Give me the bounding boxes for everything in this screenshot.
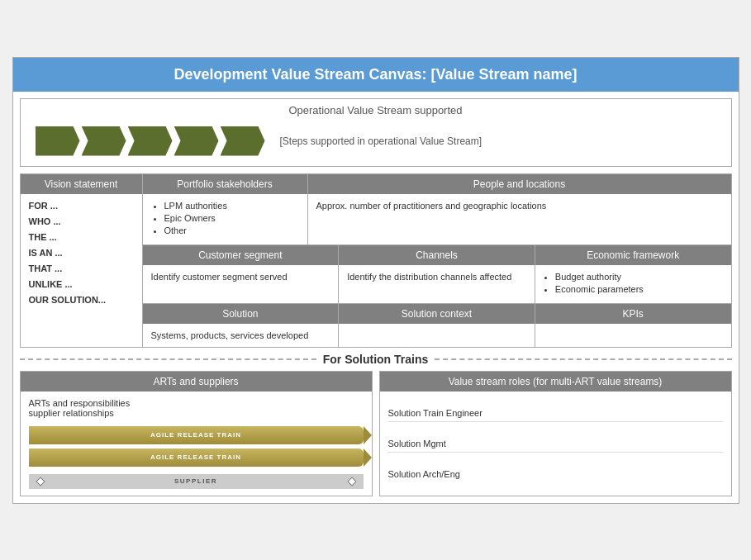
kpis-body [535, 324, 731, 347]
canvas-title: Development Value Stream Canvas: [Value … [13, 58, 739, 92]
vision-line-4: THAT ... [29, 263, 134, 273]
diamond-right-icon [347, 477, 356, 486]
train-visual: AGILE RELEASE TRAIN AGILE RELEASE TRAIN … [29, 426, 364, 489]
canvas-wrapper: Development Value Stream Canvas: [Value … [12, 57, 739, 504]
portfolio-col: Portfolio stakeholders LPM authorities E… [143, 174, 308, 244]
solution-row: Solution Systems, products, services dev… [143, 304, 731, 347]
chevron-4 [174, 126, 219, 156]
people-body: Approx. number of practitioners and geog… [308, 194, 731, 217]
arts-body: ARTs and responsibilitiessupplier relati… [21, 392, 372, 496]
vision-line-0: FOR ... [29, 201, 134, 211]
vision-line-6: OUR SOLUTION... [29, 295, 134, 305]
vision-header: Vision statement [21, 174, 142, 194]
vsr-col: Value stream roles (for multi-ART value … [379, 371, 732, 496]
vision-line-1: WHO ... [29, 216, 134, 226]
art-train-1-nose [364, 426, 372, 444]
economic-item-1: Economic parameters [555, 284, 723, 294]
solution-context-body [339, 324, 535, 347]
portfolio-item-0: LPM authorities [164, 201, 297, 211]
supplier-label: SUPPLIER [174, 477, 217, 485]
for-solution-trains: For Solution Trains [20, 353, 732, 366]
vsr-role-2: Solution Arch/Eng [388, 466, 723, 482]
dashed-line-right [435, 358, 731, 360]
vsr-header: Value stream roles (for multi-ART value … [380, 372, 731, 392]
vision-line-2: THE ... [29, 232, 134, 242]
solution-header: Solution [143, 304, 339, 324]
customer-segment-header: Customer segment [143, 245, 339, 265]
for-solution-trains-label: For Solution Trains [323, 353, 429, 366]
economic-framework-header: Economic framework [535, 245, 731, 265]
vsr-body: Solution Train Engineer Solution Mgmt So… [380, 392, 731, 496]
cce-row: Customer segment Identify customer segme… [143, 245, 731, 304]
kpis-box: KPIs [535, 304, 731, 347]
people-col: People and locations Approx. number of p… [308, 174, 731, 244]
art-train-1: AGILE RELEASE TRAIN [29, 426, 364, 444]
vsr-role-1: Solution Mgmt [388, 435, 723, 453]
art-train-1-label: AGILE RELEASE TRAIN [150, 431, 241, 439]
economic-framework-box: Economic framework Budget authority Econ… [535, 245, 731, 303]
ovs-label: Operational Value Stream supported [29, 104, 723, 116]
art-train-2: AGILE RELEASE TRAIN [29, 448, 364, 467]
arts-body-text: ARTs and responsibilitiessupplier relati… [29, 398, 364, 418]
portfolio-people-row: Portfolio stakeholders LPM authorities E… [143, 174, 731, 245]
economic-framework-body: Budget authority Economic parameters [535, 265, 731, 303]
vision-col: Vision statement FOR ... WHO ... THE ...… [21, 174, 143, 347]
customer-segment-body: Identify customer segment served [143, 265, 339, 303]
chevron-5 [221, 126, 265, 156]
kpis-header: KPIs [535, 304, 731, 324]
channels-body: Identify the distribution channels affec… [339, 265, 535, 303]
ovs-section: Operational Value Stream supported [Step… [20, 98, 732, 167]
portfolio-header: Portfolio stakeholders [143, 174, 307, 194]
diamond-left-icon [36, 477, 45, 486]
chevron-3 [128, 126, 173, 156]
art-train-2-nose [364, 448, 372, 467]
ovs-steps-label: [Steps supported in operational Value St… [280, 135, 482, 147]
ovs-arrows-row: [Steps supported in operational Value St… [29, 123, 723, 161]
arts-col: ARTs and suppliers ARTs and responsibili… [20, 371, 373, 496]
channels-header: Channels [339, 245, 535, 265]
chevron-1 [36, 126, 80, 156]
portfolio-item-2: Other [164, 225, 297, 235]
economic-item-0: Budget authority [555, 272, 723, 282]
vision-line-5: UNLIKE ... [29, 279, 134, 289]
solution-box: Solution Systems, products, services dev… [143, 304, 340, 347]
portfolio-body: LPM authorities Epic Owners Other [143, 194, 307, 244]
dashed-line-left [20, 358, 316, 360]
solution-context-box: Solution context [339, 304, 535, 347]
vision-line-3: IS AN ... [29, 248, 134, 258]
right-cols: Portfolio stakeholders LPM authorities E… [143, 174, 731, 347]
arrows-container [36, 126, 267, 156]
art-train-2-label: AGILE RELEASE TRAIN [150, 453, 241, 461]
vision-body: FOR ... WHO ... THE ... IS AN ... THAT .… [21, 194, 142, 347]
solution-context-header: Solution context [339, 304, 535, 324]
chevron-2 [82, 126, 126, 156]
solution-body: Systems, products, services developed [143, 324, 339, 347]
customer-segment-box: Customer segment Identify customer segme… [143, 245, 340, 303]
arts-header: ARTs and suppliers [21, 372, 372, 392]
people-header: People and locations [308, 174, 731, 194]
channels-box: Channels Identify the distribution chann… [339, 245, 535, 303]
bottom-row: ARTs and suppliers ARTs and responsibili… [20, 371, 732, 496]
portfolio-item-1: Epic Owners [164, 213, 297, 223]
supplier-bar: SUPPLIER [29, 474, 364, 489]
main-grid: Vision statement FOR ... WHO ... THE ...… [20, 173, 732, 348]
vsr-role-0: Solution Train Engineer [388, 405, 723, 422]
